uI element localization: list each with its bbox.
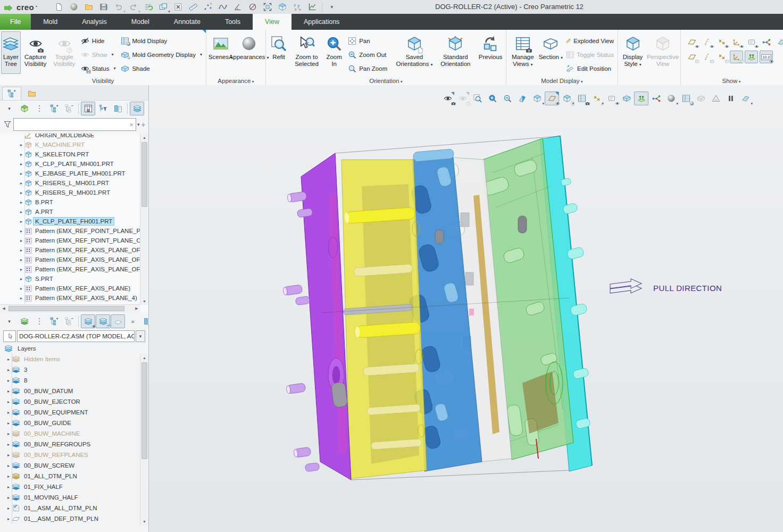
mold-display-button[interactable]	[679, 92, 693, 105]
new-file-button[interactable]	[52, 1, 66, 13]
capture-visibility-button[interactable]	[440, 92, 455, 105]
toggle-visibility-button[interactable]: Toggle Visibility	[50, 31, 78, 74]
datum-point-button[interactable]	[201, 1, 215, 13]
refit-button[interactable]: Refit	[267, 31, 290, 74]
layer-item[interactable]: ▸00_BUW_EQUIPMENT	[0, 407, 140, 418]
section-hatch-button[interactable]	[738, 92, 753, 105]
layer-item[interactable]: ▸3	[0, 364, 140, 375]
exploded-view-button[interactable]: Exploded View	[563, 35, 617, 47]
edit-position-button[interactable]: Edit Position	[563, 62, 617, 74]
layers-vertical-scrollbar[interactable]: ▲ ▼	[140, 354, 148, 525]
expand-arrow-icon[interactable]: ▸	[5, 421, 12, 426]
open-file-button[interactable]	[82, 1, 96, 13]
layer-item[interactable]: ▸Hidden Items	[0, 354, 140, 364]
save-button[interactable]	[97, 1, 111, 13]
expand-arrow-icon[interactable]: ▸	[5, 506, 12, 511]
tree-item[interactable]: ▸Pattern (EMX_REF_POINT_PLANE_OFF	[0, 236, 140, 245]
graphics-viewport[interactable]: PULL DIRECTION	[149, 85, 783, 532]
annotation-display-toggle[interactable]	[745, 36, 758, 48]
tree-item[interactable]: ORIGIN_MOLDBASE	[0, 134, 140, 140]
expand-arrow-icon[interactable]: ▸	[18, 296, 24, 301]
expand-arrow-icon[interactable]: ▸	[18, 181, 24, 186]
layers-model-combo[interactable]: DOG-ROLLER-C2.ASM (TOP MODEL, ACT	[17, 330, 135, 342]
tree-item[interactable]: ▸Pattern (EMX_REF_AXIS_PLANE_OFF_6	[0, 255, 140, 264]
refit-screen-button[interactable]	[261, 1, 274, 13]
tree-horizontal-scrollbar[interactable]: ◀ ▶	[0, 304, 140, 312]
regenerate-button[interactable]	[141, 1, 155, 13]
scrollbar-thumb[interactable]	[9, 306, 124, 311]
mold-geometry-display-button[interactable]: Mold Geometry Display	[118, 48, 205, 61]
expand-arrow-icon[interactable]: ▸	[5, 474, 12, 479]
tree-item[interactable]: ▸A.PRT	[0, 207, 140, 217]
layers-menu-caret[interactable]: ▾	[2, 314, 16, 328]
quick-access-overflow[interactable]: ▾	[325, 1, 339, 13]
standard-orientation-button[interactable]: Standard Orientation	[435, 31, 476, 74]
show-group-label[interactable]: Show	[681, 78, 782, 84]
measure-button[interactable]	[186, 1, 200, 13]
scroll-down-arrow[interactable]: ▼	[140, 297, 148, 305]
expand-arrow-icon[interactable]: ▸	[5, 453, 12, 458]
collapse-all-button[interactable]	[62, 102, 76, 115]
tree-item[interactable]: ▸K_MACHINE.PRT	[0, 140, 140, 149]
expand-arrow-icon[interactable]: ▸	[18, 229, 24, 234]
filter-dropdown-caret[interactable]: ▾	[137, 122, 140, 127]
scroll-up-arrow[interactable]: ▲	[140, 134, 148, 141]
display-style-button[interactable]: Display Style	[619, 31, 646, 74]
layer-item[interactable]: ▸01__ASM_DEF_DTM_PLN	[0, 513, 140, 524]
expand-arrow-icon[interactable]: ▸	[18, 286, 24, 291]
tree-item[interactable]: ▸Pattern (EMX_REF_AXIS_PLANE_OFF)	[0, 245, 140, 255]
tree-item[interactable]: ▸K_CLP_PLATE_FH001.PRT	[0, 217, 140, 226]
expand-arrow-icon[interactable]: ▸	[5, 368, 12, 372]
tree-item[interactable]: ▸K_RISERS_R_MH001.PRT	[0, 188, 140, 197]
manage-views-button[interactable]: Manage Views	[507, 31, 538, 74]
expand-all-button[interactable]	[47, 314, 61, 328]
layers-root-icon[interactable]	[17, 314, 31, 328]
expand-arrow-icon[interactable]: ▸	[18, 210, 24, 214]
expand-arrow-icon[interactable]: ▸	[5, 495, 12, 500]
graph-tool-button[interactable]	[305, 1, 319, 13]
zoom-to-selected-button[interactable]: Zoom to Selected	[290, 31, 323, 74]
pan-zoom-button[interactable]: Pan Zoom	[345, 62, 394, 74]
tree-item[interactable]: ▸K_SKELETON.PRT	[0, 149, 140, 159]
toolbar-overflow[interactable]: »	[126, 314, 140, 328]
mold-display-button[interactable]: Mold Display	[118, 35, 205, 47]
zoom-out-button[interactable]: Zoom Out	[345, 48, 394, 61]
material-ball-button[interactable]	[67, 1, 81, 13]
expand-arrow-icon[interactable]: ▸	[18, 190, 24, 195]
datum-curve-button[interactable]	[216, 1, 230, 13]
capture-visibility-button[interactable]: Capture Visibility	[21, 31, 51, 74]
shade-button[interactable]: Shade	[118, 62, 205, 74]
layer-tree-button[interactable]: Layer Tree	[1, 31, 21, 74]
refit-button[interactable]	[470, 92, 485, 105]
layer-display-button[interactable]	[130, 102, 144, 115]
pan-button[interactable]: Pan	[345, 35, 394, 47]
ribbon-tab-file[interactable]: File	[0, 14, 31, 30]
redo-button[interactable]	[127, 1, 140, 13]
zoom-in-button[interactable]	[485, 92, 499, 105]
layer-item[interactable]: ▸00_BUW_EJECTOR	[0, 396, 140, 407]
ribbon-tab-tools[interactable]: Tools	[213, 14, 253, 30]
analysis-display-button[interactable]	[709, 92, 723, 105]
section-button[interactable]: Section	[538, 31, 563, 74]
component-drag-button[interactable]	[694, 92, 708, 105]
display-style-button[interactable]	[530, 92, 544, 105]
expand-arrow-icon[interactable]: ▸	[5, 485, 12, 489]
point-tag-toggle[interactable]	[715, 51, 728, 63]
expand-arrow-icon[interactable]: ▸	[5, 517, 12, 521]
pull-direction-annotation[interactable]: PULL DIRECTION	[610, 278, 722, 298]
window-arrange-button[interactable]	[156, 1, 170, 13]
scroll-left-arrow[interactable]: ◀	[0, 305, 7, 312]
ribbon-tab-annotate[interactable]: Annotate	[162, 14, 213, 30]
expand-arrow-icon[interactable]: ▸	[18, 277, 24, 281]
saved-orientations-button[interactable]: Saved Orientations	[394, 31, 435, 74]
layer-item[interactable]: ▸00_BUW_REFGROUPS	[0, 439, 140, 450]
layer-item[interactable]: ▸01_FIX_HALF	[0, 481, 140, 492]
axis-display-toggle[interactable]	[700, 36, 713, 48]
expand-arrow-icon[interactable]: ▸	[5, 400, 12, 404]
view-cube-button[interactable]	[276, 1, 289, 13]
tree-filter-input[interactable]	[13, 118, 136, 131]
scrollbar-thumb[interactable]	[141, 142, 147, 207]
shade-button[interactable]	[619, 92, 634, 105]
zoom-out-button[interactable]	[500, 92, 514, 105]
expand-arrow-icon[interactable]: ▸	[5, 410, 12, 415]
